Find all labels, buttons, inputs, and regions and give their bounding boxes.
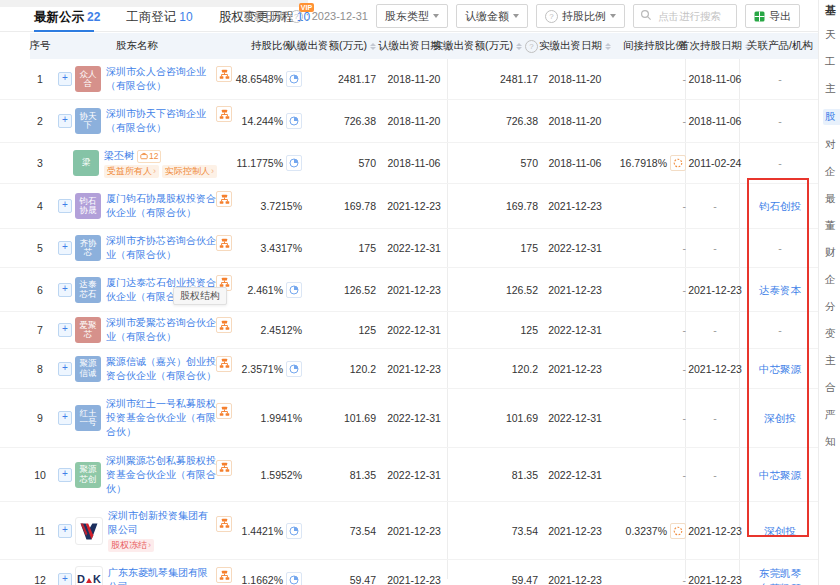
paid_date-cell: 2021-12-23 xyxy=(542,268,608,311)
shareholder-name-block: 梁丕树12受益所有人›实际控制人› xyxy=(104,149,216,178)
column-header[interactable]: 认缴出资额(万元) xyxy=(306,33,376,59)
pie-chart-icon[interactable] xyxy=(286,155,302,171)
related-product-link[interactable]: 东莞凯琴 xyxy=(759,566,801,580)
sidebar-anchor-item[interactable]: 分 xyxy=(825,300,840,314)
shareholder-name-link[interactable]: 深圳聚源芯创私募股权投资基金合伙企业（有限合伙） xyxy=(106,454,216,496)
related-value: - xyxy=(778,73,782,85)
shareholder-avatar: 齐协芯 xyxy=(75,235,101,261)
shareholder-name-block: 深圳市齐协芯咨询合伙企业（有限合伙） xyxy=(106,234,216,262)
table-row: 4+钧石协晟厦门钧石协晟股权投资合伙企业（有限合伙）3.7215%169.782… xyxy=(0,184,818,229)
column-header-label: 间接持股比例 xyxy=(623,39,686,53)
plus-expander-icon[interactable]: + xyxy=(58,283,72,297)
column-header[interactable]: 实缴出资日期 xyxy=(542,33,608,59)
shareholder-name-link[interactable]: 深圳市协天下咨询企业（有限合伙） xyxy=(106,107,216,135)
equity-structure-icon[interactable] xyxy=(216,191,232,207)
plus-expander-icon[interactable]: + xyxy=(58,573,72,585)
pie-chart-icon[interactable] xyxy=(286,282,302,298)
sidebar-anchor-item[interactable]: 最 xyxy=(825,192,840,206)
positions-count-badge[interactable]: 12 xyxy=(137,150,161,163)
sidebar-anchor-item[interactable]: 财 xyxy=(825,246,840,260)
plus-expander-icon[interactable]: + xyxy=(58,468,72,482)
related-product-link[interactable]: 达泰资本 xyxy=(759,283,801,297)
equity-structure-icon[interactable] xyxy=(216,403,232,419)
equity-structure-icon[interactable] xyxy=(216,66,232,82)
shareholder-type-filter-button[interactable]: 股东类型 xyxy=(376,4,448,28)
pie-chart-icon[interactable] xyxy=(286,71,302,87)
plus-expander-icon[interactable]: + xyxy=(58,114,72,128)
related-product-link[interactable]: 东菱凯琴 xyxy=(759,581,801,585)
tag-实际控制人[interactable]: 实际控制人› xyxy=(162,165,217,178)
related-product-link[interactable]: 深创投 xyxy=(764,524,796,538)
sidebar-anchor-item[interactable]: 主 xyxy=(825,82,840,96)
column-header[interactable]: 首次持股日期 xyxy=(684,33,746,59)
related-product-link[interactable]: 中芯聚源 xyxy=(759,468,801,482)
shareholder-name-link[interactable]: 深圳市爱聚芯咨询合伙企业（有限合伙） xyxy=(106,316,216,344)
plus-expander-icon[interactable]: + xyxy=(58,199,72,213)
first_date-cell: - xyxy=(684,312,746,348)
plus-expander-icon[interactable]: + xyxy=(58,362,72,376)
shareholder-name-link[interactable]: 梁丕树 xyxy=(104,149,134,163)
related-product-link[interactable]: 深创投 xyxy=(764,411,796,425)
pie-chart-icon[interactable] xyxy=(286,523,302,539)
sidebar-anchor-item[interactable]: 工 xyxy=(825,55,840,69)
plus-expander-icon[interactable]: + xyxy=(58,411,72,425)
sub_amount-value: 169.78 xyxy=(344,200,376,212)
plus-expander-icon[interactable]: + xyxy=(58,323,72,337)
sidebar-header: 基 xyxy=(825,3,840,18)
tab-latest-announcement[interactable]: 最新公示22 xyxy=(34,9,100,32)
pie-chart-icon[interactable] xyxy=(286,113,302,129)
shareholder-name-link[interactable]: 广东东菱凯琴集团有限公司 xyxy=(108,566,216,585)
shareholder-cell: +DK广东东菱凯琴集团有限公司 xyxy=(58,560,216,585)
sidebar-anchor-item[interactable]: 董 xyxy=(825,219,840,233)
equity-structure-icon[interactable] xyxy=(216,317,232,333)
equity-structure-icon[interactable] xyxy=(216,235,232,251)
sidebar-anchor-item[interactable]: 股 xyxy=(823,109,840,125)
sidebar-anchor-item[interactable]: 严 xyxy=(825,408,840,422)
equity-structure-icon[interactable] xyxy=(216,106,232,122)
sidebar-anchor-item[interactable]: 合 xyxy=(825,381,840,395)
sidebar-anchor-item[interactable]: 主 xyxy=(825,354,840,368)
equity-structure-icon[interactable] xyxy=(216,356,232,372)
pie-chart-icon[interactable] xyxy=(286,361,302,377)
tab-business-registration[interactable]: 工商登记10 xyxy=(126,9,192,32)
sort-icon[interactable] xyxy=(370,43,376,50)
plus-expander-icon[interactable]: + xyxy=(58,524,72,538)
avatar-text-line: 一号 xyxy=(80,418,97,428)
sub_date-cell: 2021-12-23 xyxy=(382,349,446,388)
subscribed-amount-filter-button[interactable]: 认缴金额 xyxy=(456,4,528,28)
pie-chart-icon[interactable] xyxy=(286,572,302,585)
shareholder-name-link[interactable]: 深圳市齐协芯咨询合伙企业（有限合伙） xyxy=(106,234,216,262)
tag-受益所有人[interactable]: 受益所有人› xyxy=(104,165,159,178)
sidebar-anchor-item[interactable]: 企 xyxy=(825,273,840,287)
shareholder-name-link[interactable]: 深圳市创新投资集团有限公司 xyxy=(108,509,216,537)
equity-structure-icon[interactable] xyxy=(216,460,232,476)
related-product-link[interactable]: 钧石创投 xyxy=(759,199,801,213)
shareholder-name-link[interactable]: 深圳市众人合咨询企业（有限合伙） xyxy=(106,65,216,93)
sub_date-cell: 2022-12-31 xyxy=(382,448,446,501)
sidebar-anchor-item[interactable]: 企 xyxy=(825,165,840,179)
shareholding-ratio-filter-button[interactable]: ? 持股比例 xyxy=(536,4,625,28)
sort-icon[interactable] xyxy=(516,43,522,50)
table-row: 3梁梁丕树12受益所有人›实际控制人›11.1775%5702018-11-06… xyxy=(0,143,818,184)
shareholder-name-link[interactable]: 深圳市红土一号私募股权投资基金合伙企业（有限合伙） xyxy=(106,397,216,439)
plus-expander-icon[interactable]: + xyxy=(58,241,72,255)
plus-expander-icon[interactable]: + xyxy=(58,72,72,86)
shareholder-name-link[interactable]: 厦门钧石协晟股权投资合伙企业（有限合伙） xyxy=(106,192,216,220)
export-button[interactable]: 导出 xyxy=(745,4,800,28)
column-header[interactable]: 实缴出资额(万元)? xyxy=(460,33,538,59)
tag-股权冻结[interactable]: 股权冻结› xyxy=(108,539,154,552)
equity-structure-icon[interactable] xyxy=(216,516,232,532)
sidebar-anchor-item[interactable]: 天 xyxy=(825,28,840,42)
sidebar-anchor-item[interactable]: 变 xyxy=(825,327,840,341)
sub_amount-cell: 101.69 xyxy=(306,389,376,447)
shareholder-name-link[interactable]: 聚源信诚（嘉兴）创业投资合伙企业（有限合伙） xyxy=(106,355,216,383)
sidebar-anchor-item[interactable]: 对 xyxy=(825,138,840,152)
shareholder-name-line: 深圳市爱聚芯咨询合伙企业（有限合伙） xyxy=(106,316,216,344)
indirect-cell: - xyxy=(606,389,686,447)
search-input[interactable] xyxy=(656,9,736,23)
sub_date-value: 2021-12-23 xyxy=(387,525,441,537)
equity-structure-icon[interactable] xyxy=(216,567,232,583)
related-product-link[interactable]: 中芯聚源 xyxy=(759,362,801,376)
sidebar-anchor-item[interactable]: 知 xyxy=(825,435,840,449)
sub_date-value: 2018-11-06 xyxy=(388,157,441,169)
